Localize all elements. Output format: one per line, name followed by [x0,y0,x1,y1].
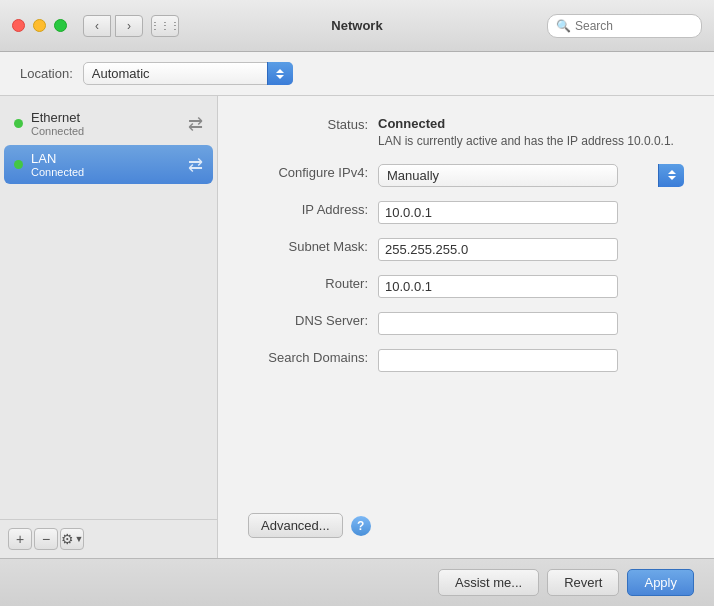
router-row: Router: [248,275,684,298]
close-button[interactable] [12,19,25,32]
configure-ipv4-select[interactable]: Manually Using DHCP Using DHCP with manu… [378,164,618,187]
configure-ipv4-row: Configure IPv4: Manually Using DHCP Usin… [248,164,684,187]
dns-server-row: DNS Server: [248,312,684,335]
main-content: Ethernet Connected ⇄ LAN Connected ⇄ + −… [0,96,714,558]
config-select-wrapper: Manually Using DHCP Using DHCP with manu… [378,164,684,187]
configure-value: Manually Using DHCP Using DHCP with manu… [378,164,684,187]
detail-section: Status: Connected LAN is currently activ… [248,116,684,503]
configure-label: Configure IPv4: [248,164,378,180]
subnet-mask-input[interactable] [378,238,618,261]
apply-button[interactable]: Apply [627,569,694,596]
traffic-lights [12,19,67,32]
subnet-mask-label: Subnet Mask: [248,238,378,254]
remove-interface-button[interactable]: − [34,528,58,550]
assist-me-button[interactable]: Assist me... [438,569,539,596]
ethernet-info: Ethernet Connected [31,110,184,137]
lan-status-dot [14,160,23,169]
advanced-area: Advanced... ? [248,513,371,538]
router-label: Router: [248,275,378,291]
sidebar-item-ethernet[interactable]: Ethernet Connected ⇄ [4,104,213,143]
search-domains-label: Search Domains: [248,349,378,365]
ethernet-status-dot [14,119,23,128]
search-bar[interactable]: 🔍 [547,14,702,38]
search-domains-input[interactable] [378,349,618,372]
ip-address-value [378,201,684,224]
maximize-button[interactable] [54,19,67,32]
gear-button[interactable]: ⚙ ▼ [60,528,84,550]
minimize-button[interactable] [33,19,46,32]
sidebar-list: Ethernet Connected ⇄ LAN Connected ⇄ [0,96,217,519]
sidebar-item-lan[interactable]: LAN Connected ⇄ [4,145,213,184]
bottom-bar: Assist me... Revert Apply [0,558,714,606]
forward-button[interactable]: › [115,15,143,37]
detail-panel: Status: Connected LAN is currently activ… [218,96,714,558]
search-domains-value [378,349,684,372]
help-button[interactable]: ? [351,516,371,536]
detail-footer: Advanced... ? [248,503,684,538]
dns-server-input[interactable] [378,312,618,335]
back-button[interactable]: ‹ [83,15,111,37]
search-input[interactable] [575,19,693,33]
status-description: LAN is currently active and has the IP a… [378,133,684,150]
config-arrow-up-icon [668,170,676,174]
status-row: Status: Connected LAN is currently activ… [248,116,684,150]
router-value [378,275,684,298]
revert-button[interactable]: Revert [547,569,619,596]
search-domains-row: Search Domains: [248,349,684,372]
title-bar: ‹ › ⋮⋮⋮ Network 🔍 [0,0,714,52]
subnet-mask-row: Subnet Mask: [248,238,684,261]
config-select-arrow [658,164,684,187]
dns-server-value [378,312,684,335]
ethernet-name: Ethernet [31,110,184,125]
location-bar: Location: Automatic Edit Locations... [0,52,714,96]
lan-info: LAN Connected [31,151,184,178]
config-arrow-down-icon [668,176,676,180]
status-connected: Connected [378,116,684,131]
add-interface-button[interactable]: + [8,528,32,550]
advanced-button[interactable]: Advanced... [248,513,343,538]
nav-buttons: ‹ › [83,15,143,37]
grid-button[interactable]: ⋮⋮⋮ [151,15,179,37]
ethernet-status: Connected [31,125,184,137]
lan-status: Connected [31,166,184,178]
ethernet-icon: ⇄ [188,113,203,135]
gear-icon: ⚙ [61,531,74,547]
lan-name: LAN [31,151,184,166]
location-label: Location: [20,66,73,81]
gear-dropdown-arrow: ▼ [75,534,84,544]
dns-server-label: DNS Server: [248,312,378,328]
ip-address-row: IP Address: [248,201,684,224]
sidebar-footer: + − ⚙ ▼ [0,519,217,558]
sidebar: Ethernet Connected ⇄ LAN Connected ⇄ + −… [0,96,218,558]
ip-address-label: IP Address: [248,201,378,217]
ip-address-input[interactable] [378,201,618,224]
status-label: Status: [248,116,378,132]
window-title: Network [331,18,382,33]
location-select[interactable]: Automatic Edit Locations... [83,62,293,85]
lan-icon: ⇄ [188,154,203,176]
search-icon: 🔍 [556,19,571,33]
status-value-area: Connected LAN is currently active and ha… [378,116,684,150]
router-input[interactable] [378,275,618,298]
subnet-mask-value [378,238,684,261]
location-select-wrapper: Automatic Edit Locations... [83,62,293,85]
